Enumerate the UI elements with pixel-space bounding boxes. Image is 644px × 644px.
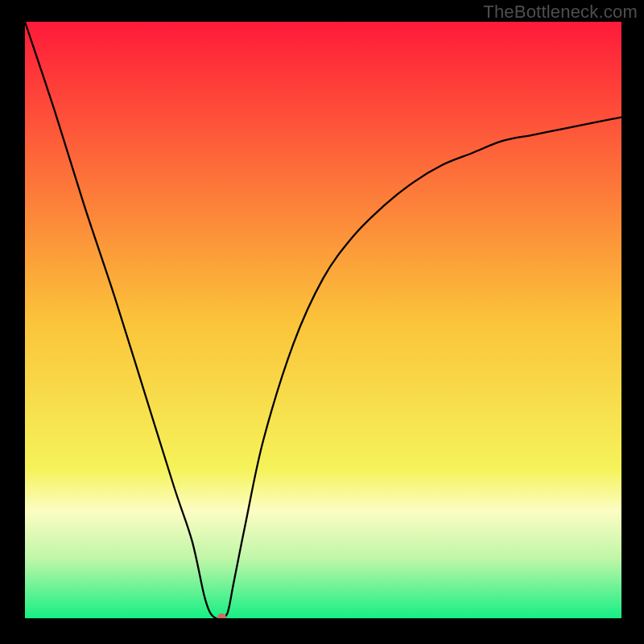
chart-svg — [25, 22, 621, 618]
plot-area — [25, 22, 621, 618]
chart-frame: TheBottleneck.com — [0, 0, 644, 644]
watermark-text: TheBottleneck.com — [483, 2, 638, 23]
gradient-bg — [25, 22, 621, 618]
